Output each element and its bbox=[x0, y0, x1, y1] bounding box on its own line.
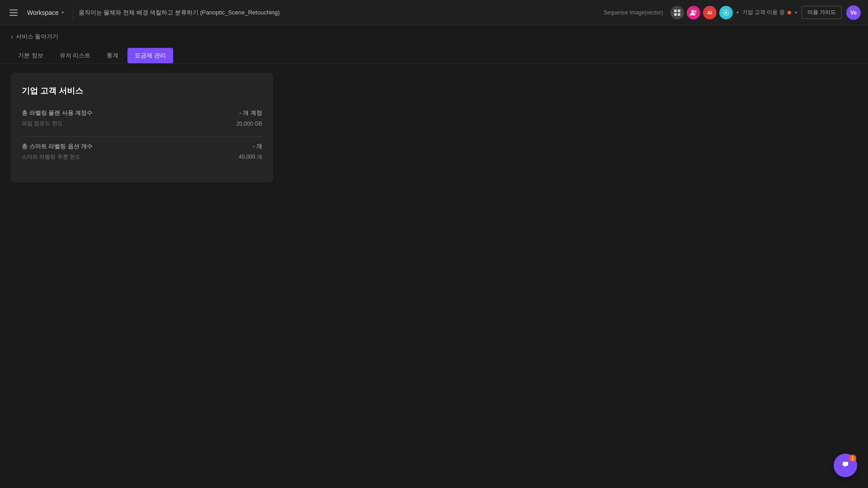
icons-chevron-icon[interactable]: ▾ bbox=[736, 10, 739, 15]
billing-card: 기업 고객 서비스 총 라벨링 플랜 사용 계정수 - 개 계정 파일 업로드 … bbox=[11, 73, 273, 183]
svg-point-8 bbox=[694, 10, 696, 12]
labeling-plan-label: 총 라벨링 플랜 사용 계정수 bbox=[22, 109, 93, 117]
smart-labeling-value: - 개 bbox=[253, 142, 262, 150]
svg-rect-3 bbox=[674, 9, 677, 12]
svg-rect-1 bbox=[9, 12, 18, 13]
enterprise-badge[interactable]: 기업 고객 이용 중 ▾ bbox=[742, 9, 797, 16]
ai-icon[interactable]: AI bbox=[703, 6, 717, 19]
header-divider bbox=[73, 6, 73, 19]
inference-limit-value: 40,000 개 bbox=[239, 153, 262, 161]
tab-user-list[interactable]: 유저 리스트 bbox=[52, 48, 98, 63]
tab-statistics[interactable]: 통계 bbox=[99, 48, 126, 63]
grid-view-icon[interactable] bbox=[670, 6, 684, 19]
tab-bar: 기본 정보 유저 리스트 통계 요금제 관리 bbox=[0, 48, 868, 64]
row-divider bbox=[22, 136, 262, 137]
menu-icon[interactable] bbox=[7, 6, 20, 19]
workspace-name: Workspace bbox=[27, 9, 59, 16]
svg-rect-5 bbox=[674, 13, 677, 16]
svg-rect-2 bbox=[9, 15, 18, 16]
labeling-plan-value: - 개 계정 bbox=[239, 109, 262, 117]
workspace-selector[interactable]: Workspace ▾ bbox=[24, 7, 67, 18]
project-title: 움직이는 물체와 전체 배경 색칠하고 분류하기 (Panoptic_Scene… bbox=[79, 9, 600, 17]
inference-limit-label: 스마트 라벨링 추론 한도 bbox=[22, 153, 80, 161]
tab-billing[interactable]: 요금제 관리 bbox=[127, 48, 173, 63]
sequence-label: Sequence Image(vector) bbox=[604, 9, 663, 16]
enterprise-chevron-icon[interactable]: ▾ bbox=[795, 10, 797, 15]
people-icon[interactable] bbox=[687, 6, 700, 19]
labeling-plan-row: 총 라벨링 플랜 사용 계정수 - 개 계정 파일 업로드 한도 20,000 … bbox=[22, 109, 262, 127]
smart-labeling-row: 총 스마트 라벨링 옵션 개수 - 개 스마트 라벨링 추론 한도 40,000… bbox=[22, 142, 262, 161]
svg-rect-4 bbox=[678, 9, 680, 12]
back-arrow-icon: ‹ bbox=[11, 33, 13, 40]
tab-basic-info[interactable]: 기본 정보 bbox=[11, 48, 51, 63]
user-guide-button[interactable]: 이용 가이드 bbox=[802, 6, 842, 19]
upload-limit-value: 20,000 GB bbox=[236, 121, 262, 127]
header-icon-group: AI ▾ bbox=[670, 6, 739, 19]
back-navigation[interactable]: ‹ 서비스 돌아가기 bbox=[0, 25, 69, 48]
upload-limit-label: 파일 업로드 한도 bbox=[22, 120, 63, 127]
chat-button[interactable]: 1 bbox=[834, 454, 857, 477]
enterprise-label: 기업 고객 이용 중 bbox=[742, 9, 785, 16]
back-nav-label: 서비스 돌아가기 bbox=[16, 33, 59, 41]
svg-rect-6 bbox=[678, 13, 680, 16]
chat-badge: 1 bbox=[849, 455, 856, 462]
settings-circle-icon[interactable] bbox=[719, 6, 733, 19]
main-content: 기업 고객 서비스 총 라벨링 플랜 사용 계정수 - 개 계정 파일 업로드 … bbox=[0, 73, 868, 183]
svg-point-7 bbox=[691, 10, 694, 13]
smart-labeling-label: 총 스마트 라벨링 옵션 개수 bbox=[22, 142, 93, 150]
enterprise-dot bbox=[788, 11, 791, 14]
card-title: 기업 고객 서비스 bbox=[22, 85, 262, 96]
svg-point-9 bbox=[725, 11, 727, 14]
user-avatar[interactable]: Ve bbox=[846, 5, 861, 20]
workspace-chevron-icon: ▾ bbox=[61, 10, 64, 15]
svg-rect-0 bbox=[9, 9, 18, 10]
main-header: Workspace ▾ 움직이는 물체와 전체 배경 색칠하고 분류하기 (Pa… bbox=[0, 0, 868, 25]
header-right: 기업 고객 이용 중 ▾ 이용 가이드 Ve bbox=[742, 5, 861, 20]
